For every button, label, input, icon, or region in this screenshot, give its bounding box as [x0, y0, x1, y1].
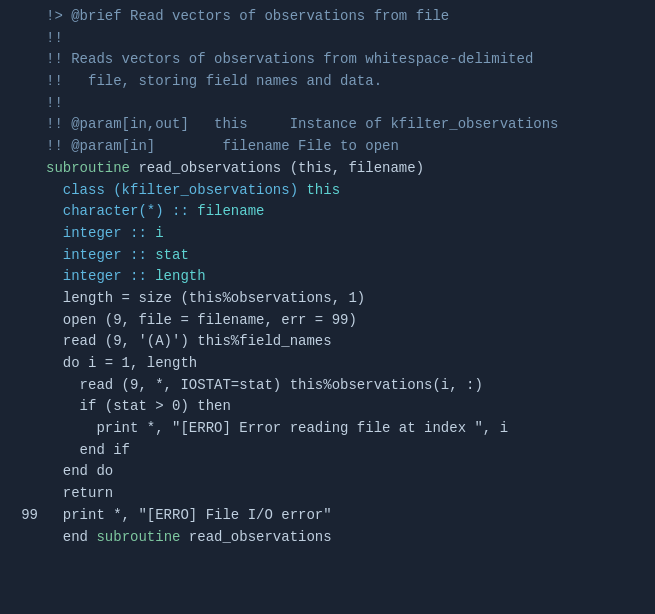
code-line: end subroutine read_observations — [0, 527, 655, 549]
code-content: read (9, '(A)') this%field_names — [46, 331, 332, 353]
code-line: !! — [0, 93, 655, 115]
code-content: length = size (this%observations, 1) — [46, 288, 365, 310]
code-content: if (stat > 0) then — [46, 396, 231, 418]
code-line: read (9, *, IOSTAT=stat) this%observatio… — [0, 375, 655, 397]
token: class (kfilter_observations) — [46, 182, 306, 198]
code-line: integer :: stat — [0, 245, 655, 267]
code-line: class (kfilter_observations) this — [0, 180, 655, 202]
code-content: !! @param[in,out] this Instance of kfilt… — [46, 114, 558, 136]
code-line: subroutine read_observations (this, file… — [0, 158, 655, 180]
token: read (9, *, IOSTAT=stat) this%observatio… — [46, 377, 483, 393]
token: end do — [46, 463, 113, 479]
token: open (9, file = filename, err = 99) — [46, 312, 357, 328]
token: !! Reads vectors of observations from wh… — [46, 51, 533, 67]
code-content: integer :: length — [46, 266, 206, 288]
code-content: read (9, *, IOSTAT=stat) this%observatio… — [46, 375, 483, 397]
token: i — [155, 225, 163, 241]
code-line: open (9, file = filename, err = 99) — [0, 310, 655, 332]
token: !! file, storing field names and data. — [46, 73, 382, 89]
code-line: !! Reads vectors of observations from wh… — [0, 49, 655, 71]
token: read_observations (this, filename) — [130, 160, 424, 176]
code-line: do i = 1, length — [0, 353, 655, 375]
token: length = size (this%observations, 1) — [46, 290, 365, 306]
code-content: print *, "[ERRO] File I/O error" — [46, 505, 332, 527]
token: end — [46, 529, 96, 545]
token: !! @param[in,out] this Instance of kfilt… — [46, 116, 558, 132]
token: read_observations — [180, 529, 331, 545]
code-content: !! Reads vectors of observations from wh… — [46, 49, 533, 71]
token: character(*) :: — [46, 203, 197, 219]
code-line: !! @param[in] filename File to open — [0, 136, 655, 158]
code-content: print *, "[ERRO] Error reading file at i… — [46, 418, 508, 440]
code-content: !! — [46, 28, 63, 50]
code-line: end do — [0, 461, 655, 483]
token: end if — [46, 442, 130, 458]
code-content: return — [46, 483, 113, 505]
code-content: integer :: stat — [46, 245, 189, 267]
token: do i = 1, length — [46, 355, 197, 371]
token: length — [155, 268, 205, 284]
token: !! — [46, 95, 63, 111]
code-content: end subroutine read_observations — [46, 527, 332, 549]
token: integer :: — [46, 268, 155, 284]
code-line: !! file, storing field names and data. — [0, 71, 655, 93]
code-content: integer :: i — [46, 223, 164, 245]
token: filename — [197, 203, 264, 219]
code-content: !! — [46, 93, 63, 115]
code-line: return — [0, 483, 655, 505]
token: then — [197, 398, 231, 414]
code-content: !> @brief Read vectors of observations f… — [46, 6, 449, 28]
token: !! @param[in] filename File to open — [46, 138, 399, 154]
token: integer :: — [46, 247, 155, 263]
code-content: end do — [46, 461, 113, 483]
code-line: !> @brief Read vectors of observations f… — [0, 6, 655, 28]
code-content: !! file, storing field names and data. — [46, 71, 382, 93]
line-number: 99 — [10, 505, 38, 527]
code-line: print *, "[ERRO] Error reading file at i… — [0, 418, 655, 440]
token: subroutine — [96, 529, 180, 545]
code-content: do i = 1, length — [46, 353, 197, 375]
code-line: integer :: i — [0, 223, 655, 245]
token: integer :: — [46, 225, 155, 241]
token: !> @brief Read vectors of observations f… — [46, 8, 449, 24]
code-line: length = size (this%observations, 1) — [0, 288, 655, 310]
code-content: end if — [46, 440, 130, 462]
code-line: !! @param[in,out] this Instance of kfilt… — [0, 114, 655, 136]
token: this — [306, 182, 340, 198]
token: read (9, '(A)') this%field_names — [46, 333, 332, 349]
code-content: !! @param[in] filename File to open — [46, 136, 399, 158]
code-line: 99 print *, "[ERRO] File I/O error" — [0, 505, 655, 527]
code-content: character(*) :: filename — [46, 201, 264, 223]
code-line: if (stat > 0) then — [0, 396, 655, 418]
token: return — [46, 485, 113, 501]
code-line: read (9, '(A)') this%field_names — [0, 331, 655, 353]
code-container: !> @brief Read vectors of observations f… — [0, 0, 655, 614]
token: print *, "[ERRO] File I/O error" — [46, 507, 332, 523]
code-content: class (kfilter_observations) this — [46, 180, 340, 202]
code-line: end if — [0, 440, 655, 462]
token: stat — [155, 247, 189, 263]
token: !! — [46, 30, 63, 46]
token: subroutine — [46, 160, 130, 176]
token: if (stat > 0) — [46, 398, 197, 414]
code-line: integer :: length — [0, 266, 655, 288]
token: print *, "[ERRO] Error reading file at i… — [46, 420, 508, 436]
code-line: !! — [0, 28, 655, 50]
code-content: open (9, file = filename, err = 99) — [46, 310, 357, 332]
code-line: character(*) :: filename — [0, 201, 655, 223]
code-content: subroutine read_observations (this, file… — [46, 158, 424, 180]
